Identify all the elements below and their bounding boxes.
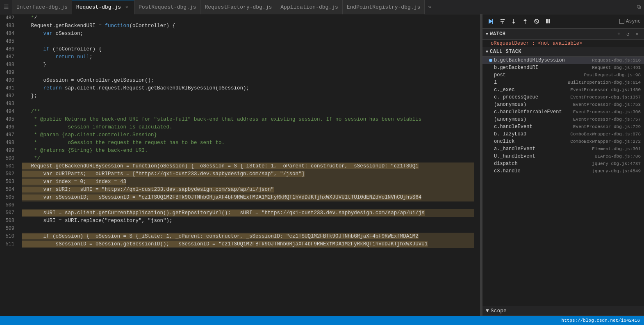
svg-rect-12 [548,19,550,23]
line-number: 508 [0,217,14,225]
editor-scrollbar[interactable] [474,14,480,316]
call-stack-item[interactable]: 1BuiltInOperation-dbg.js:614 [482,79,644,86]
line-number: 493 [0,100,14,108]
tab-postrequest-dbg[interactable]: PostRequest-dbg.js [134,0,200,14]
tab-requestfactory-dbg[interactable]: RequestFactory-dbg.js [200,0,276,14]
line-number: 486 [0,46,14,53]
svg-marker-0 [489,19,493,24]
call-stack-file-ref: ComboBoxWrapper-dbg.js:878 [570,132,641,137]
call-stack-item[interactable]: b.getBackendURIBysessionRequest-dbg.js:5… [482,57,644,64]
status-url: https://blog.csdn.net/i042416 [562,318,640,323]
call-stack-section-header[interactable]: ▼ Call Stack [482,47,644,57]
svg-marker-2 [504,19,505,21]
call-stack-file-ref: ComboBoxWrapper-dbg.js:272 [570,139,641,144]
watch-section-header[interactable]: ▼ Watch + ↺ × [482,29,644,40]
step-out-button[interactable] [520,16,530,26]
call-stack-active-indicator [489,59,492,62]
call-stack-item[interactable]: U._handleEventUIArea-dbg.js:786 [482,153,644,160]
call-stack-file-ref: Request-dbg.js:516 [592,58,641,63]
call-stack-file-ref: jquery-dbg.js:4549 [592,169,641,174]
call-stack-item[interactable]: dispatchjquery-dbg.js:4737 [482,160,644,167]
watch-collapse-button[interactable]: × [633,30,641,38]
tab-request-dbg[interactable]: Request-dbg.js × [72,0,134,14]
scope-section-header[interactable]: ▼ Scope [482,306,644,316]
call-stack-fn-name: post [494,72,582,78]
line-number: 489 [0,69,14,77]
main-content: 4824834844854864874884894904914924934944… [0,14,644,316]
status-bar: https://blog.csdn.net/i042416 [0,316,644,325]
call-stack-item[interactable]: c.handleEventEventProcessor-dbg.js:729 [482,123,644,130]
line-number: 482 [0,14,14,22]
code-line: sSessionID = oSession.getSessionID(); sS… [22,240,474,248]
line-number: 485 [0,38,14,46]
call-stack-item[interactable]: b.getBackendURIRequest-dbg.js:491 [482,64,644,71]
code-line: sURI = sap.client.getCurrentApplication(… [22,209,474,217]
pause-button[interactable] [543,16,553,26]
call-stack-file-ref: UIArea-dbg.js:786 [595,154,641,159]
code-line: * @public Returns the back-end URI for "… [22,116,474,124]
tab-overflow[interactable]: » [425,4,435,10]
code-line: return null; [22,53,474,61]
code-line: return sap.client.request.Request.getBac… [22,85,474,92]
call-stack-fn-name: c._processQueue [494,94,569,100]
async-checkbox[interactable] [619,19,624,24]
watch-item-0[interactable]: oRequestDescr : <not available> [482,40,644,47]
call-stack-item[interactable]: a._handleEventElement-dbg.js:301 [482,145,644,153]
call-stack-item[interactable]: c._processQueueEventProcessor-dbg.js:135… [482,94,644,101]
step-into-button[interactable] [509,16,519,26]
svg-line-10 [535,20,538,23]
call-stack-list: b.getBackendURIBysessionRequest-dbg.js:5… [482,57,644,306]
call-stack-fn-name: c._exec [494,87,569,93]
watch-item-colon: : [532,41,538,46]
code-lines[interactable]: */ Request.getBackendURI = function(oCon… [18,14,474,316]
call-stack-item[interactable]: c.handleDeferrableEventEventProcessor-db… [482,108,644,116]
code-line [22,100,474,108]
tab-interface-dbg[interactable]: Interface-dbg.js [12,0,72,14]
line-number: 498 [0,139,14,147]
watch-chevron: ▼ [486,32,488,37]
call-stack-item[interactable]: b._lazyLoadComboBoxWrapper-dbg.js:878 [482,130,644,138]
call-stack-fn-name: b.getBackendURI [494,65,590,71]
call-stack-file-ref: EventProcessor-dbg.js:729 [573,124,641,129]
async-label: Async [619,18,641,24]
code-line: Request.getBackendURIBysession = functio… [22,162,474,170]
tab-label-request: Request-dbg.js [76,4,121,10]
deactivate-button[interactable] [532,16,542,26]
panel-icon[interactable]: ☰ [0,4,12,11]
code-line: oSession = oController.getSession(); [22,77,474,85]
svg-marker-8 [523,19,527,21]
tab-application-dbg[interactable]: Application-dbg.js [276,0,342,14]
tab-endpoint-dbg[interactable]: EndPointRegistry-dbg.js [343,0,425,14]
watch-item-value: <not available> [538,41,582,46]
call-stack-item[interactable]: postPostRequest-dbg.js:98 [482,71,644,79]
line-number: 510 [0,233,14,240]
watch-refresh-button[interactable]: ↺ [624,30,632,38]
split-editor-button[interactable]: ⧉ [634,4,644,10]
tab-close-request[interactable]: × [123,4,130,11]
svg-rect-11 [546,19,548,23]
call-stack-file-ref: jquery-dbg.js:4737 [592,161,641,166]
line-number: 492 [0,92,14,100]
call-stack-item[interactable]: (anonymous)EventProcessor-dbg.js:753 [482,101,644,108]
line-number: 506 [0,201,14,209]
code-container: 4824834844854864874884894904914924934944… [0,14,480,316]
line-number: 507 [0,209,14,217]
line-number: 494 [0,108,14,116]
watch-add-button[interactable]: + [615,30,623,38]
call-stack-item[interactable]: c._execEventProcessor-dbg.js:1450 [482,86,644,94]
scope-chevron: ▼ [486,308,489,314]
call-stack-item[interactable]: (anonymous)EventProcessor-dbg.js:757 [482,116,644,123]
continue-button[interactable] [486,16,496,26]
svg-rect-1 [492,19,493,24]
step-over-button[interactable] [497,16,507,26]
call-stack-file-ref: EventProcessor-dbg.js:1357 [570,95,641,100]
code-line: /** [22,108,474,116]
call-stack-item[interactable]: onclickComboBoxWrapper-dbg.js:272 [482,138,644,145]
call-stack-item[interactable]: c3.handlejquery-dbg.js:4549 [482,167,644,175]
watch-actions: + ↺ × [615,30,641,38]
code-line: */ [22,14,474,22]
call-stack-file-ref: PostRequest-dbg.js:98 [584,73,641,78]
watch-title: Watch [490,31,506,37]
line-number: 488 [0,61,14,69]
debugger-toolbar: Async [482,14,644,29]
